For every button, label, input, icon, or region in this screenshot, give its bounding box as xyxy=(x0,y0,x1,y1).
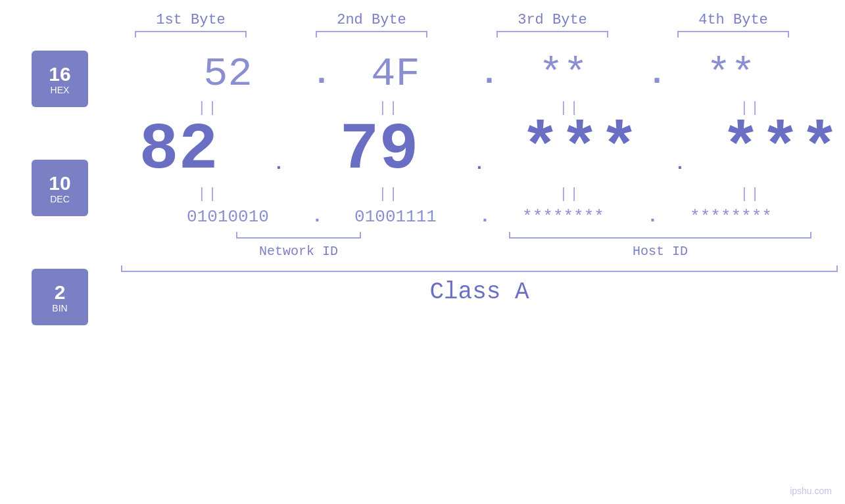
top-brackets xyxy=(39,31,845,37)
bin-byte1: 01010010 xyxy=(137,207,318,227)
byte-headers: 1st Byte 2nd Byte 3rd Byte 4th Byte xyxy=(39,0,845,28)
equals-row-2: || || || || xyxy=(88,186,845,202)
bin-byte3: ******** xyxy=(473,207,654,227)
badge-dec: 10 DEC xyxy=(32,160,88,216)
badge-bin-label: BIN xyxy=(52,303,67,313)
bin-byte4: ******** xyxy=(640,207,821,227)
bracket-line-1 xyxy=(135,31,247,37)
dec-byte4: *** xyxy=(690,118,845,183)
dec-sep3: . xyxy=(670,127,690,174)
hex-row: 52 . 4F . ** . ** xyxy=(88,51,845,97)
badge-bin: 2 BIN xyxy=(32,269,88,325)
network-id-bracket: Network ID xyxy=(118,232,479,259)
eq2-b1: || xyxy=(118,186,299,202)
bracket-2 xyxy=(281,31,462,37)
class-bracket-line xyxy=(121,265,838,272)
bin-row: 01010010 . 01001111 . ******** . *******… xyxy=(88,206,845,227)
dec-row: 82 . 79 . *** . *** xyxy=(88,118,845,183)
class-label: Class A xyxy=(429,279,529,306)
class-section: Class A xyxy=(88,265,845,306)
badge-dec-number: 10 xyxy=(49,172,70,194)
badge-bin-number: 2 xyxy=(55,281,66,303)
main-container: 1st Byte 2nd Byte 3rd Byte 4th Byte 16 H… xyxy=(0,0,845,504)
byte2-header: 2nd Byte xyxy=(281,12,462,28)
badge-hex: 16 HEX xyxy=(32,51,88,107)
byte3-header: 3rd Byte xyxy=(462,12,643,28)
dec-sep1: . xyxy=(269,127,289,174)
host-id-label: Host ID xyxy=(633,244,688,259)
badge-hex-number: 16 xyxy=(49,63,70,85)
bracket-line-3 xyxy=(496,31,608,37)
bracket-line-2 xyxy=(316,31,427,37)
eq2-b4: || xyxy=(660,186,841,202)
dec-byte3: *** xyxy=(489,118,670,183)
eq2-b2: || xyxy=(299,186,479,202)
network-id-label: Network ID xyxy=(259,244,338,259)
watermark: ipshu.com xyxy=(790,486,832,496)
bin-byte2: 01001111 xyxy=(305,207,486,227)
bracket-3 xyxy=(462,31,643,37)
badge-dec-label: DEC xyxy=(50,194,70,204)
host-bracket-line xyxy=(509,232,811,239)
hex-byte4: ** xyxy=(640,51,821,97)
eq2-b3: || xyxy=(479,186,660,202)
network-bracket-line xyxy=(236,232,361,239)
hex-byte3: ** xyxy=(473,51,654,97)
badge-hex-label: HEX xyxy=(51,85,70,95)
bracket-line-4 xyxy=(677,31,789,37)
dec-byte1: 82 xyxy=(88,118,269,183)
id-brackets: Network ID Host ID xyxy=(88,232,845,259)
badges-column: 16 HEX 10 DEC 2 BIN xyxy=(32,51,88,325)
dec-byte2: 79 xyxy=(289,118,470,183)
hex-byte2: 4F xyxy=(305,51,486,97)
byte4-header: 4th Byte xyxy=(643,12,824,28)
bracket-1 xyxy=(101,31,281,37)
host-id-bracket: Host ID xyxy=(479,232,841,259)
dec-sep2: . xyxy=(470,127,489,174)
byte1-header: 1st Byte xyxy=(101,12,281,28)
hex-byte1: 52 xyxy=(137,51,318,97)
bracket-4 xyxy=(643,31,824,37)
